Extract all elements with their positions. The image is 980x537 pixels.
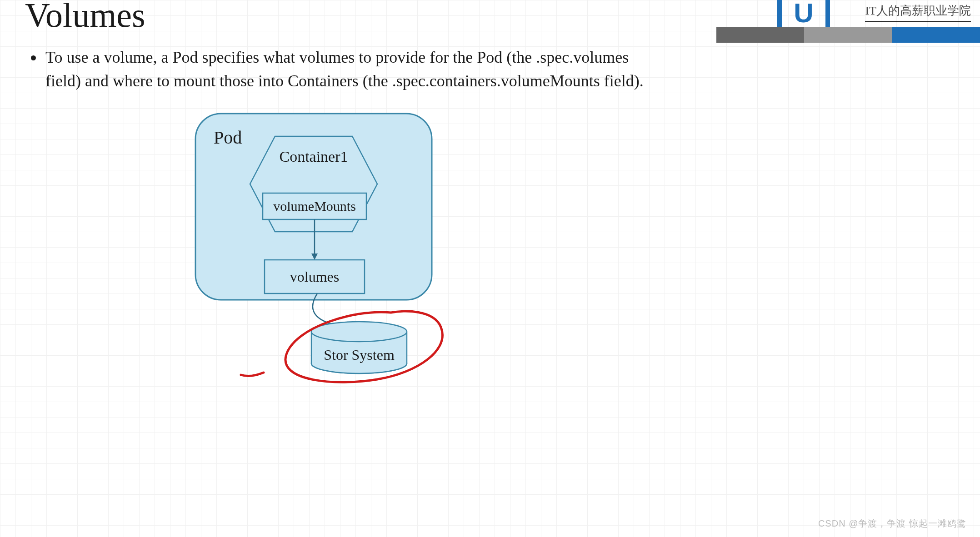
volume-mounts-label: volumeMounts xyxy=(273,199,356,214)
header-color-bar xyxy=(716,27,980,43)
pod-label: Pod xyxy=(214,127,242,148)
container-label: Container1 xyxy=(279,148,348,165)
brand-tagline: IT人的高薪职业学院 xyxy=(865,3,971,22)
slide-title: Volumes xyxy=(25,0,145,35)
svg-point-1 xyxy=(311,322,407,342)
storage-label: Stor System xyxy=(324,347,395,363)
brand-logo-letter: U xyxy=(794,0,813,29)
annotation-tail xyxy=(241,373,264,376)
colorbar-segment-3 xyxy=(892,27,980,43)
colorbar-segment-2 xyxy=(804,27,892,43)
bullet-list: To use a volume, a Pod specifies what vo… xyxy=(25,45,648,93)
pod-volume-diagram: Pod Container1 volumeMounts volumes St xyxy=(191,109,536,438)
watermark: CSDN @争渡，争渡 惊起一滩鸥鹭 xyxy=(818,517,966,530)
colorbar-segment-1 xyxy=(716,27,804,43)
bullet-item: To use a volume, a Pod specifies what vo… xyxy=(44,45,648,93)
volumes-label: volumes xyxy=(290,268,339,285)
